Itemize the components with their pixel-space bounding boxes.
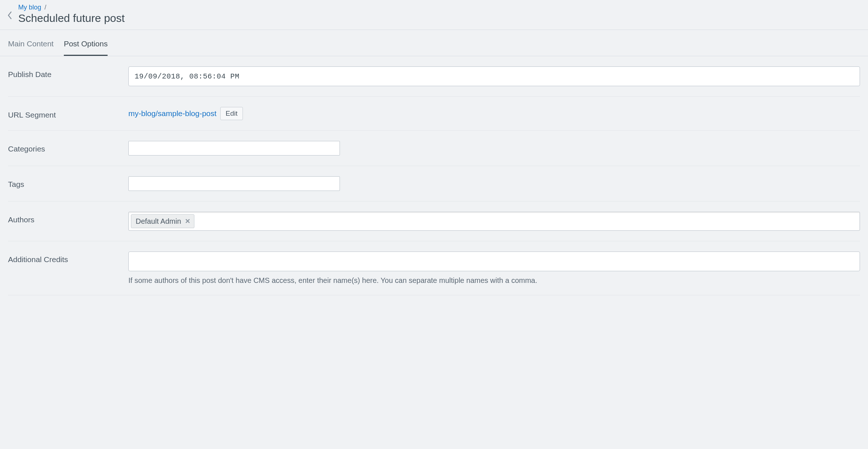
back-button[interactable] xyxy=(7,11,12,20)
url-segment-value: my-blog/sample-blog-post xyxy=(128,109,217,118)
tags-input[interactable] xyxy=(128,176,340,191)
label-tags: Tags xyxy=(8,176,128,189)
author-chip: Default Admin ✕ xyxy=(131,214,194,228)
field-authors: Authors Default Admin ✕ xyxy=(8,202,860,241)
author-chip-label: Default Admin xyxy=(136,217,181,226)
page-title: Scheduled future post xyxy=(18,12,125,24)
additional-credits-input[interactable] xyxy=(128,252,860,271)
tab-bar: Main Content Post Options xyxy=(0,32,868,56)
label-publish-date: Publish Date xyxy=(8,66,128,79)
edit-url-button[interactable]: Edit xyxy=(220,107,243,120)
authors-input[interactable]: Default Admin ✕ xyxy=(128,212,860,231)
page-header: My blog / Scheduled future post xyxy=(0,0,868,30)
publish-date-input[interactable] xyxy=(128,66,860,86)
label-authors: Authors xyxy=(8,212,128,224)
breadcrumb-separator: / xyxy=(44,4,46,11)
categories-input[interactable] xyxy=(128,141,340,156)
field-tags: Tags xyxy=(8,166,860,202)
chevron-left-icon xyxy=(7,11,12,20)
breadcrumb-parent-link[interactable]: My blog xyxy=(18,4,41,11)
label-additional-credits: Additional Credits xyxy=(8,252,128,264)
field-publish-date: Publish Date xyxy=(8,56,860,97)
field-categories: Categories xyxy=(8,131,860,166)
label-categories: Categories xyxy=(8,141,128,153)
field-url-segment: URL Segment my-blog/sample-blog-post Edi… xyxy=(8,97,860,131)
form-post-options: Publish Date URL Segment my-blog/sample-… xyxy=(0,56,868,295)
tab-post-options[interactable]: Post Options xyxy=(64,32,108,56)
breadcrumb: My blog / xyxy=(18,4,125,11)
remove-chip-icon[interactable]: ✕ xyxy=(185,217,190,225)
label-url-segment: URL Segment xyxy=(8,107,128,119)
additional-credits-help: If some authors of this post don't have … xyxy=(128,276,860,285)
tab-main-content[interactable]: Main Content xyxy=(8,32,54,56)
field-additional-credits: Additional Credits If some authors of th… xyxy=(8,241,860,295)
